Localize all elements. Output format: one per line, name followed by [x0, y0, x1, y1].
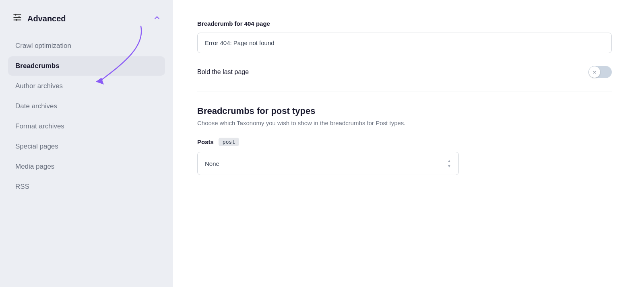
bold-last-page-label: Bold the last page: [197, 68, 249, 76]
chevron-up-icon[interactable]: [153, 14, 161, 24]
posts-row: Posts post: [197, 138, 620, 146]
bold-last-page-toggle[interactable]: ×: [588, 66, 612, 78]
breadcrumb-404-input[interactable]: [197, 33, 612, 53]
settings-icon: [12, 12, 23, 25]
sidebar-item-date-archives[interactable]: Date archives: [8, 97, 165, 116]
posts-label: Posts: [197, 138, 214, 145]
posts-badge: post: [219, 138, 239, 146]
post-types-description: Choose which Taxonomy you wish to show i…: [197, 120, 527, 126]
select-arrows-icon: ▲ ▼: [447, 159, 451, 168]
toggle-thumb: ×: [589, 66, 600, 78]
main-content: Breadcrumb for 404 page Bold the last pa…: [173, 0, 644, 287]
sidebar-header: Advanced: [8, 12, 165, 25]
toggle-track: ×: [588, 66, 612, 78]
sidebar-item-breadcrumbs[interactable]: Breadcrumbs: [8, 56, 165, 76]
sidebar-title: Advanced: [27, 14, 66, 23]
sidebar-item-special-pages[interactable]: Special pages: [8, 137, 165, 156]
svg-point-6: [16, 19, 17, 21]
taxonomy-select[interactable]: None ▲ ▼: [197, 152, 459, 175]
sidebar-item-crawl-optimization[interactable]: Crawl optimization: [8, 36, 165, 56]
sidebar-item-author-archives[interactable]: Author archives: [8, 76, 165, 96]
svg-point-5: [18, 17, 20, 18]
toggle-x-icon: ×: [593, 69, 596, 75]
select-value: None: [205, 160, 219, 167]
breadcrumb-404-label: Breadcrumb for 404 page: [197, 20, 620, 27]
sidebar-item-media-pages[interactable]: Media pages: [8, 157, 165, 176]
sidebar-item-rss[interactable]: RSS: [8, 177, 165, 196]
sidebar-item-format-archives[interactable]: Format archives: [8, 117, 165, 136]
svg-point-4: [15, 14, 17, 15]
sidebar: Advanced Crawl optimization Breadcrumbs …: [0, 0, 173, 287]
post-types-heading: Breadcrumbs for post types: [197, 106, 620, 116]
bold-last-page-row: Bold the last page ×: [197, 66, 612, 91]
